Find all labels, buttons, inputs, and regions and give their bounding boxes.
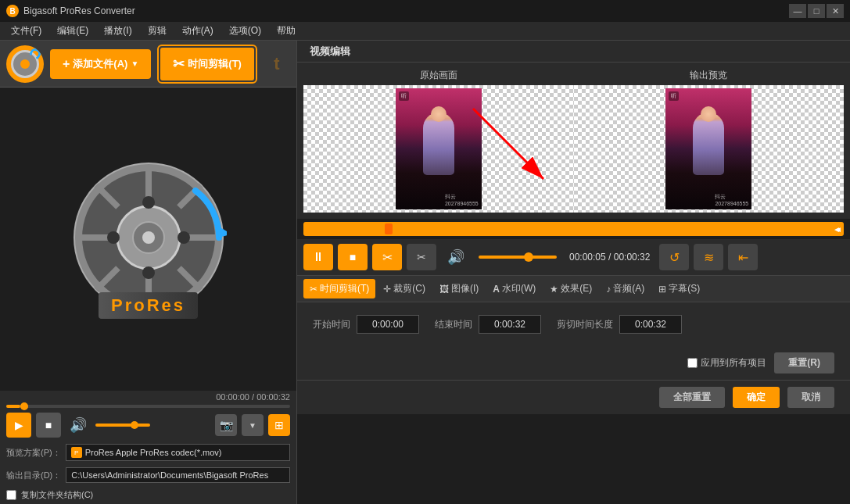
transport-controls: ⏸ ■ ✂ ✂ 🔊 00:00:05 / 00:00:32 ↺ ≋ ⇤ [297,239,850,275]
menu-edit[interactable]: 编辑(E) [49,22,96,40]
bottom-actions: 全部重置 确定 取消 [297,380,850,414]
output-path[interactable]: C:\Users\Administrator\Documents\Bigasof… [66,467,290,483]
effect-tab-label: 效果(E) [561,282,592,295]
transport-current-time: 00:00:05 [569,252,606,263]
original-preview-section: 原始画面 听 抖云 20278946555 [303,69,574,213]
tab-subtitle[interactable]: ⊞ 字幕(S) [652,279,706,298]
tiktok-id: 20278946555 [445,201,479,206]
cancel-button[interactable]: 取消 [787,387,834,408]
output-video-top-text: 听 [669,91,679,101]
format-text: ProRes Apple ProRes codec(*.mov) [85,448,222,457]
output-preview-section: 输出预览 听 抖云 20278946555 [574,69,845,213]
left-progress-bar[interactable] [6,405,290,408]
apply-all-checkbox-group: 应用到所有项目 [687,356,766,370]
original-label: 原始画面 [420,69,457,82]
transport-volume-bar[interactable] [479,256,557,259]
output-video-content: 听 抖云 20278946555 [665,88,751,209]
svg-point-14 [142,266,155,279]
editor-title: 视频编辑 [297,45,363,59]
playback-controls: ▶ ■ 🔊 📷 ▼ ⊞ [0,409,296,441]
transport-cut[interactable]: ✂ [372,244,402,270]
dropdown-icon: ▼ [131,59,138,68]
image-tab-label: 图像(I) [451,282,479,295]
menu-trim[interactable]: 剪辑 [140,22,174,40]
add-file-label: 添加文件(A) [73,57,127,71]
svg-point-16 [178,231,190,244]
menu-options[interactable]: 选项(O) [221,22,269,40]
transport-reverse[interactable]: ⇤ [728,244,758,270]
trim-label: 时间剪辑(T) [188,57,242,71]
output-tiktok-id: 20278946555 [715,201,748,206]
svg-point-13 [142,196,155,209]
play-button[interactable]: ▶ [6,413,31,438]
tab-crop[interactable]: ✛ 裁剪(C) [377,279,432,298]
menu-file[interactable]: 文件(F) [3,22,49,40]
apply-row: 应用到所有项目 重置(R) [297,346,850,380]
film-reel-display: ProRes [70,159,227,319]
right-panel: 视频编辑 原始画面 听 抖云 20278946555 [297,41,850,504]
toolbar-spacer: t [264,54,290,74]
duration-group: 剪切时间长度 [557,315,682,334]
tab-trim[interactable]: ✂ 时间剪辑(T) [303,279,375,298]
timeline[interactable]: ◄ [303,222,844,236]
screenshot-button[interactable]: 📷 [215,414,237,436]
menu-action[interactable]: 动作(A) [174,22,221,40]
copy-structure-checkbox[interactable] [6,490,16,500]
app-logo [6,45,44,83]
tab-audio[interactable]: ♪ 音频(A) [600,279,651,298]
close-button[interactable]: ✕ [827,4,844,18]
tab-effect[interactable]: ★ 效果(E) [543,279,598,298]
svg-point-15 [107,231,120,244]
transport-volume-btn[interactable]: 🔊 [441,244,471,270]
main-layout: + 添加文件(A) ▼ ✂ 时间剪辑(T) t [0,41,850,504]
minimize-button[interactable]: — [789,4,806,18]
duration-input[interactable] [619,315,682,334]
preview-panels: 原始画面 听 抖云 20278946555 [297,63,850,219]
trim-button[interactable]: ✂ 时间剪辑(T) [160,48,254,80]
tab-image[interactable]: 🖼 图像(I) [433,279,485,298]
audio-tab-label: 音频(A) [613,282,644,295]
stop-button[interactable]: ■ [36,413,61,438]
volume-icon[interactable]: 🔊 [66,413,91,438]
reset-button[interactable]: 重置(R) [774,352,834,374]
add-file-button[interactable]: + 添加文件(A) ▼ [50,49,151,79]
crop-tab-label: 裁剪(C) [393,282,425,295]
output-row: 输出目录(D)： C:\Users\Administrator\Document… [0,464,296,486]
preview-area: ProRes [0,88,296,391]
output-tiktok-icon: 抖云 [715,194,726,199]
end-time-input[interactable] [479,315,541,334]
menu-help[interactable]: 帮助 [269,22,303,40]
confirm-button[interactable]: 确定 [733,387,780,408]
timeline-end-marker: ◄ [833,225,841,234]
toolbar: + 添加文件(A) ▼ ✂ 时间剪辑(T) t [0,41,296,88]
transport-time-sep: / [608,252,611,263]
left-panel: + 添加文件(A) ▼ ✂ 时间剪辑(T) t [0,41,297,504]
apply-all-checkbox[interactable] [687,358,698,368]
maximize-button[interactable]: □ [808,4,825,18]
window-controls: — □ ✕ [789,4,844,18]
transport-loop[interactable]: ↺ [659,244,689,270]
volume-slider[interactable] [95,424,150,427]
transport-trim[interactable]: ✂ [407,244,436,270]
transport-pause[interactable]: ⏸ [303,244,333,270]
volume-thumb[interactable] [131,421,138,429]
transport-stop[interactable]: ■ [338,244,368,270]
time-display: 00:00:00 / 00:00:32 [0,391,296,403]
effect-tab-icon: ★ [550,284,558,295]
menu-play[interactable]: 播放(I) [96,22,139,40]
start-time-input[interactable] [357,315,419,334]
full-reset-button[interactable]: 全部重置 [659,387,725,408]
tab-watermark[interactable]: A 水印(W) [486,279,542,298]
prores-logo: ProRes [99,292,198,319]
audio-tab-icon: ♪ [606,284,611,295]
tiktok-icon: 抖云 [445,194,456,199]
transport-waveform[interactable]: ≋ [694,244,723,270]
timeline-thumb[interactable] [385,223,393,234]
subtitle-tab-icon: ⊞ [658,284,666,295]
folder-button[interactable]: ▼ [242,414,264,436]
transport-volume-thumb[interactable] [524,252,533,262]
output-preview-frame: 听 抖云 20278946555 [574,85,845,213]
format-value[interactable]: P ProRes Apple ProRes codec(*.mov) [66,444,290,461]
transport-total-time: 00:00:32 [614,252,651,263]
convert-button[interactable]: ⊞ [268,414,290,436]
